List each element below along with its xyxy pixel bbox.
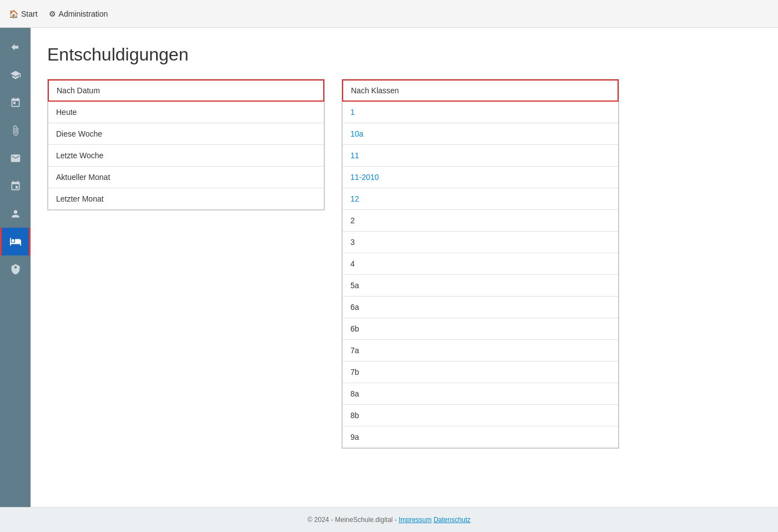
list-item[interactable]: 2 [343, 210, 618, 232]
footer: © 2024 - MeineSchule.digital - Impressum… [0, 507, 778, 532]
sidebar-item-admin[interactable] [0, 255, 31, 283]
list-item[interactable]: 11-2010 [343, 167, 618, 188]
panel-date-body: Heute Diese Woche Letzte Woche Aktueller… [48, 102, 324, 210]
panel-klassen-body: 1 10a 11 11-2010 12 2 3 4 5a 6a 6b 7a 7b… [342, 102, 619, 448]
list-item[interactable]: Diese Woche [48, 123, 324, 145]
list-item[interactable]: 11 [343, 145, 618, 167]
list-item[interactable]: 8b [343, 405, 618, 426]
list-item[interactable]: 5a [343, 275, 618, 297]
list-item[interactable]: Heute [48, 102, 324, 123]
datenschutz-link[interactable]: Datenschutz [434, 516, 471, 524]
main-content: Entschuldigungen Nach Datum Heute Diese … [31, 28, 778, 507]
panel-date-header: Nach Datum [48, 79, 324, 102]
list-item[interactable]: 10a [343, 123, 618, 145]
list-item[interactable]: 6b [343, 318, 618, 340]
layout: Entschuldigungen Nach Datum Heute Diese … [0, 28, 778, 507]
admin-link[interactable]: ⚙ Administration [49, 9, 108, 18]
sidebar-item-schedule[interactable] [0, 172, 31, 200]
home-icon: 🏠 [9, 9, 18, 18]
panel-klassen: Nach Klassen 1 10a 11 11-2010 12 2 3 4 5… [342, 79, 619, 449]
sidebar-item-calendar[interactable] [0, 89, 31, 117]
sidebar [0, 28, 31, 507]
list-item[interactable]: 4 [343, 253, 618, 275]
sidebar-item-mail[interactable] [0, 144, 31, 172]
impressum-link[interactable]: Impressum [399, 516, 431, 524]
list-item[interactable]: Letzter Monat [48, 188, 324, 209]
panel-date: Nach Datum Heute Diese Woche Letzte Woch… [47, 79, 325, 210]
gear-icon: ⚙ [49, 9, 56, 18]
list-item[interactable]: 7b [343, 362, 618, 383]
list-item[interactable]: 1 [343, 102, 618, 123]
admin-label: Administration [59, 9, 108, 18]
sidebar-item-grades[interactable] [0, 61, 31, 89]
topbar: 🏠 Start ⚙ Administration [0, 0, 778, 28]
start-label: Start [21, 9, 38, 18]
list-item[interactable]: 3 [343, 232, 618, 253]
list-item[interactable]: Aktueller Monat [48, 167, 324, 188]
sidebar-item-entschuldigungen[interactable] [0, 228, 31, 255]
list-item[interactable]: 12 [343, 188, 618, 210]
list-item[interactable]: Letzte Woche [48, 145, 324, 167]
sidebar-item-logout[interactable] [0, 33, 31, 61]
page-title: Entschuldigungen [47, 44, 761, 65]
list-item[interactable]: 6a [343, 297, 618, 318]
sidebar-item-attachments[interactable] [0, 117, 31, 144]
start-link[interactable]: 🏠 Start [9, 9, 38, 18]
sidebar-item-users[interactable] [0, 200, 31, 228]
list-item[interactable]: 8a [343, 383, 618, 405]
panels-row: Nach Datum Heute Diese Woche Letzte Woch… [47, 79, 761, 449]
list-item[interactable]: 7a [343, 340, 618, 362]
footer-text: © 2024 - MeineSchule.digital - [308, 516, 399, 524]
panel-klassen-header: Nach Klassen [342, 79, 619, 102]
list-item[interactable]: 9a [343, 426, 618, 448]
